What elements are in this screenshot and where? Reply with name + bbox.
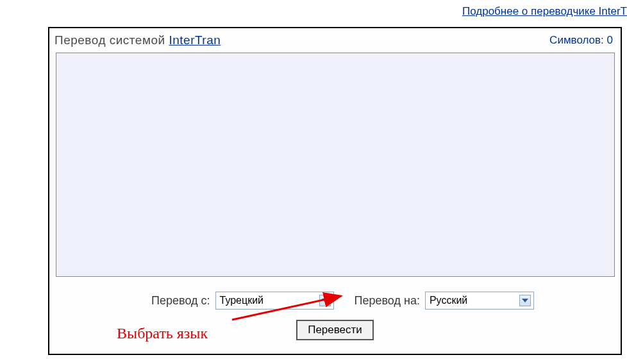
to-label: Перевод на:: [355, 294, 420, 308]
from-language-select[interactable]: Турецкий: [215, 292, 334, 310]
char-count: Символов: 0: [549, 34, 613, 47]
panel-title: Перевод системой InterTran: [54, 33, 221, 47]
translate-button[interactable]: Перевести: [296, 320, 374, 340]
from-label: Перевод с:: [151, 294, 210, 308]
to-language-value: Русский: [430, 295, 467, 306]
intertran-link[interactable]: InterTran: [169, 33, 221, 47]
from-language-value: Турецкий: [220, 295, 264, 306]
panel-header: Перевод системой InterTran Символов: 0: [49, 28, 621, 50]
chevron-down-icon[interactable]: [519, 295, 531, 306]
language-controls: Перевод с: Турецкий Перевод на: Русский: [49, 279, 621, 310]
source-text-input[interactable]: [56, 53, 615, 277]
chevron-down-icon[interactable]: [319, 295, 331, 306]
annotation-text: Выбрать язык: [117, 325, 208, 342]
to-language-select[interactable]: Русский: [425, 292, 534, 310]
textarea-wrap: [56, 53, 614, 279]
title-prefix: Перевод системой: [54, 33, 169, 47]
translator-panel: Перевод системой InterTran Символов: 0 П…: [48, 27, 622, 355]
more-about-translator-link[interactable]: Подробнее о переводчике InterT: [462, 5, 627, 18]
